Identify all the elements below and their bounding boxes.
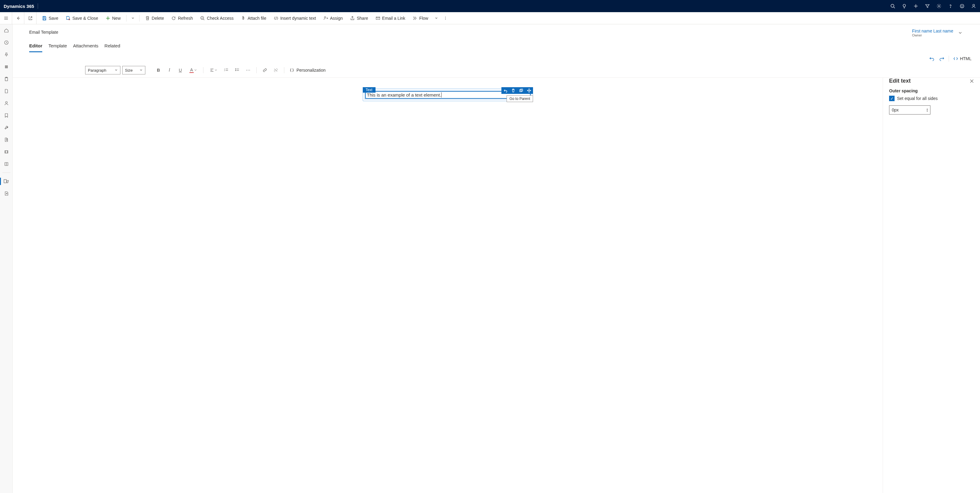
gear-icon[interactable] — [936, 3, 942, 9]
pinned-icon[interactable] — [2, 51, 11, 59]
assign-button[interactable]: Assign — [320, 14, 346, 22]
underline-button[interactable]: U — [176, 66, 185, 75]
library-icon[interactable] — [2, 147, 11, 156]
svg-point-4 — [939, 5, 940, 7]
top-app-bar: Dynamics 365 — [0, 0, 980, 12]
attach-file-button[interactable]: Attach file — [238, 14, 269, 22]
more-format-button[interactable] — [243, 66, 253, 75]
smile-icon[interactable] — [959, 3, 965, 9]
share-button[interactable]: Share — [347, 14, 371, 22]
selection-toolbar — [501, 87, 533, 94]
new-split-chevron[interactable] — [129, 15, 137, 22]
svg-point-40 — [235, 70, 236, 71]
numbered-list-button[interactable]: 12 — [222, 66, 231, 75]
back-button[interactable] — [12, 12, 24, 24]
check-access-label: Check Access — [207, 16, 234, 21]
email-link-label: Email a Link — [382, 16, 405, 21]
link-button[interactable] — [260, 66, 269, 75]
refresh-button[interactable]: Refresh — [168, 14, 196, 22]
templates-icon[interactable] — [2, 177, 11, 185]
bookmark-icon[interactable] — [2, 111, 11, 120]
font-size-select[interactable]: Size — [122, 66, 145, 75]
more-commands-icon[interactable] — [442, 14, 449, 22]
contact-icon[interactable] — [2, 99, 11, 108]
main-area: Email Template First name Last name Owne… — [13, 24, 980, 493]
selection-duplicate-icon[interactable] — [517, 87, 525, 94]
selection-type-label: Text — [363, 87, 375, 93]
selection-delete-icon[interactable] — [509, 87, 517, 94]
selected-element-frame: Text Go to Parent This is an example of … — [363, 89, 533, 101]
email-link-button[interactable]: Email a Link — [372, 14, 408, 22]
tab-editor[interactable]: Editor — [29, 41, 42, 52]
export-icon[interactable] — [2, 135, 11, 144]
tab-related[interactable]: Related — [105, 41, 121, 52]
undo-icon[interactable] — [929, 56, 935, 61]
flow-button[interactable]: Flow — [410, 14, 431, 22]
insert-dynamic-text-button[interactable]: Insert dynamic text — [270, 14, 319, 22]
delete-button[interactable]: Delete — [142, 14, 167, 22]
spacing-input[interactable]: 0px ▲▼ — [889, 105, 931, 114]
svg-line-18 — [204, 19, 204, 20]
recent-icon[interactable] — [2, 38, 11, 47]
help-icon[interactable] — [948, 3, 953, 9]
search-icon[interactable] — [890, 3, 896, 9]
design-canvas[interactable]: Text Go to Parent This is an example of … — [13, 78, 883, 493]
properties-panel: Edit text Outer spacing ✓ Set equal for … — [883, 78, 980, 493]
equal-sides-checkbox[interactable]: ✓ Set equal for all sides — [889, 96, 974, 101]
lightbulb-icon[interactable] — [902, 3, 907, 9]
flow-chevron[interactable] — [433, 15, 440, 22]
save-close-button[interactable]: Save & Close — [63, 14, 101, 22]
panel-title: Edit text — [889, 78, 911, 84]
bold-button[interactable]: B — [154, 66, 163, 75]
svg-point-7 — [961, 5, 962, 6]
owner-chevron-icon[interactable] — [957, 30, 964, 36]
svg-point-0 — [891, 4, 894, 7]
nav-separator — [2, 173, 10, 173]
check-access-button[interactable]: Check Access — [197, 14, 237, 22]
wrench-icon[interactable] — [2, 123, 11, 132]
text-content: This is an example of a text element. — [367, 92, 441, 98]
sitemap-icon[interactable] — [2, 63, 11, 71]
svg-line-1 — [894, 7, 895, 8]
editor-top-toolbar: HTML — [13, 52, 980, 65]
close-panel-icon[interactable] — [970, 79, 974, 83]
selection-move-icon[interactable] — [525, 87, 533, 94]
save-close-label: Save & Close — [72, 16, 98, 21]
unlink-button[interactable] — [271, 66, 280, 75]
checkmark-icon: ✓ — [889, 96, 894, 101]
equal-sides-label: Set equal for all sides — [897, 96, 938, 101]
page-icon[interactable] — [2, 87, 11, 95]
italic-button[interactable]: I — [165, 66, 174, 75]
paragraph-style-select[interactable]: Paragraph — [85, 66, 121, 75]
flow-label: Flow — [419, 16, 428, 21]
svg-point-44 — [248, 70, 248, 70]
personalization-button[interactable]: Personalization — [288, 68, 328, 73]
bullet-list-button[interactable] — [232, 66, 242, 75]
filter-icon[interactable] — [925, 3, 930, 9]
app-shell: Email Template First name Last name Owne… — [0, 24, 980, 493]
side-nav — [0, 24, 13, 493]
hamburger-icon[interactable] — [0, 12, 12, 24]
save-button[interactable]: Save — [39, 14, 61, 22]
open-new-window-icon[interactable] — [24, 12, 37, 24]
tab-attachments[interactable]: Attachments — [73, 41, 98, 52]
separator — [203, 67, 204, 73]
font-color-button[interactable]: A — [187, 66, 199, 75]
redo-icon[interactable] — [939, 56, 944, 61]
align-button[interactable] — [207, 66, 220, 75]
new-page-icon[interactable] — [2, 189, 11, 198]
clipboard-icon[interactable] — [2, 75, 11, 83]
plus-icon[interactable] — [913, 3, 919, 9]
selection-back-icon[interactable] — [501, 87, 509, 94]
svg-rect-31 — [4, 179, 6, 183]
rich-text-toolbar: Paragraph Size B I U A 12 Personalizatio… — [13, 65, 980, 78]
spinner-icon[interactable]: ▲▼ — [926, 108, 928, 112]
person-icon[interactable] — [971, 3, 976, 9]
owner-block[interactable]: First name Last name Owner — [912, 29, 953, 37]
html-toggle-button[interactable]: HTML — [953, 56, 972, 61]
owner-name: First name Last name — [912, 29, 953, 33]
home-icon[interactable] — [2, 26, 11, 35]
tab-template[interactable]: Template — [48, 41, 67, 52]
book-icon[interactable] — [2, 160, 11, 168]
new-button[interactable]: New — [102, 14, 124, 22]
